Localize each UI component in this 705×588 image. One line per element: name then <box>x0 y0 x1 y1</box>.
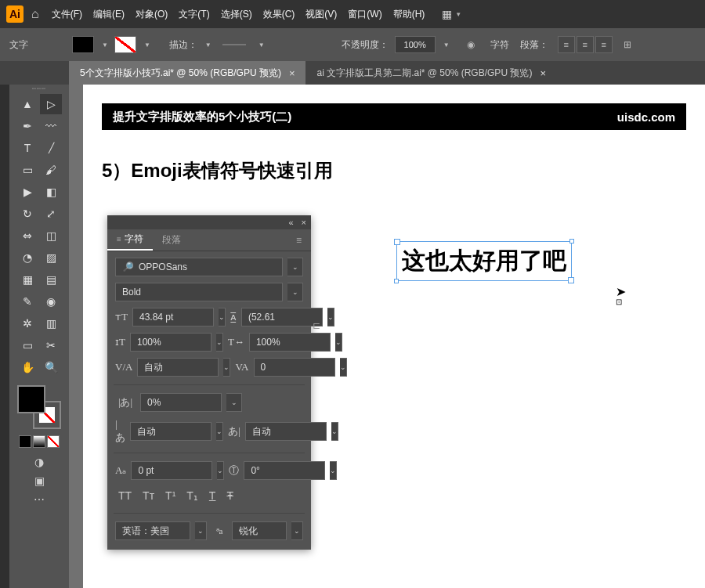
tsume-input[interactable]: 0% <box>140 393 222 412</box>
character-link[interactable]: 字符 <box>490 38 509 52</box>
fill-box[interactable] <box>17 385 45 413</box>
line-tool[interactable]: ╱ <box>40 138 62 158</box>
color-mode-none[interactable] <box>47 435 60 448</box>
kerning-input[interactable]: 自动 <box>137 358 219 377</box>
menu-object[interactable]: 对象(O) <box>136 8 168 21</box>
chevron-down-icon[interactable]: ⌄ <box>287 283 303 301</box>
tab-character[interactable]: ≡ 字符 <box>107 229 153 251</box>
align-center-button[interactable]: ≡ <box>577 36 594 53</box>
more-icon[interactable]: ⊞ <box>624 39 631 50</box>
free-transform-tool[interactable]: ◫ <box>40 225 62 246</box>
color-mode-solid[interactable] <box>19 435 31 448</box>
curvature-tool[interactable]: 〰 <box>40 116 62 136</box>
menu-view[interactable]: 视图(V) <box>306 8 337 21</box>
shape-builder-tool[interactable]: ◔ <box>16 247 38 268</box>
chevron-down-icon[interactable]: ⌄ <box>216 333 223 352</box>
tracking-input[interactable]: 0 <box>254 358 335 377</box>
mesh-tool[interactable]: ▦ <box>16 269 38 290</box>
aki-right-input[interactable]: 自动 <box>245 422 327 441</box>
menu-edit[interactable]: 编辑(E) <box>93 8 125 21</box>
underline-button[interactable]: T <box>209 489 216 502</box>
all-caps-button[interactable]: TT <box>118 489 132 502</box>
eyedropper-tool[interactable]: ✎ <box>16 291 38 312</box>
font-size-input[interactable]: 43.84 pt <box>132 308 214 326</box>
column-graph-tool[interactable]: ▥ <box>40 313 62 334</box>
chevron-down-icon[interactable]: ⌄ <box>340 358 347 377</box>
artboard-tool[interactable]: ▭ <box>16 335 38 355</box>
chevron-down-icon[interactable]: ▼ <box>443 41 450 49</box>
align-left-button[interactable]: ≡ <box>558 36 575 53</box>
shaper-tool[interactable]: ▶ <box>16 182 38 202</box>
zoom-tool[interactable]: 🔍 <box>40 357 62 377</box>
artboard[interactable]: 提升文字排版效率的5个小技巧(二) uisdc.com 5）Emoji表情符号快… <box>83 85 705 588</box>
subscript-button[interactable]: T₁ <box>186 489 198 502</box>
small-caps-button[interactable]: Tт <box>143 489 154 502</box>
tab-paragraph[interactable]: 段落 <box>153 229 190 251</box>
direct-selection-tool[interactable]: ▷ <box>40 94 62 114</box>
paragraph-link[interactable]: 段落： <box>520 38 548 52</box>
close-icon[interactable]: × <box>540 67 546 79</box>
stroke-style-preview[interactable] <box>222 44 246 45</box>
font-family-input[interactable]: 🔎 OPPOSans <box>115 258 283 276</box>
baseline-shift-input[interactable]: 0 pt <box>131 461 212 480</box>
rectangle-tool[interactable]: ▭ <box>16 160 38 180</box>
perspective-tool[interactable]: ▨ <box>40 247 62 268</box>
hand-tool[interactable]: ✋ <box>16 357 38 377</box>
symbol-sprayer-tool[interactable]: ✲ <box>16 313 38 334</box>
menu-effect[interactable]: 效果(C) <box>263 8 295 21</box>
chevron-down-icon[interactable]: ▼ <box>102 41 108 49</box>
close-icon[interactable]: × <box>302 218 306 227</box>
leading-input[interactable]: (52.61 <box>241 308 323 326</box>
workspace-switcher-icon[interactable]: ▦ <box>442 8 452 20</box>
language-select[interactable]: 英语：美国 <box>115 521 190 540</box>
menu-window[interactable]: 窗口(W) <box>348 8 381 21</box>
panel-menu-icon[interactable]: ≡ <box>287 229 311 251</box>
document-tab[interactable]: ai 文字排版工具第二期.ai* @ 50% (RGB/GPU 预览) × <box>306 61 556 85</box>
vertical-scale-input[interactable]: 100% <box>130 333 212 352</box>
menu-type[interactable]: 文字(T) <box>179 8 209 21</box>
slice-tool[interactable]: ✂ <box>40 335 62 355</box>
pen-tool[interactable]: ✒ <box>16 116 38 136</box>
menu-file[interactable]: 文件(F) <box>52 8 82 21</box>
opacity-input[interactable]: 100% <box>395 36 436 53</box>
aki-left-input[interactable]: 自动 <box>130 422 212 441</box>
chevron-down-icon[interactable]: ▼ <box>144 41 150 49</box>
paintbrush-tool[interactable]: 🖌 <box>40 160 62 180</box>
type-tool[interactable]: T <box>16 138 38 158</box>
color-mode-gradient[interactable] <box>33 435 45 448</box>
home-icon[interactable]: ⌂ <box>31 7 39 21</box>
chevron-down-icon[interactable]: ⌄ <box>330 461 337 480</box>
char-rotation-input[interactable]: 0° <box>244 461 325 480</box>
chevron-down-icon[interactable]: ⌄ <box>331 422 338 441</box>
chevron-down-icon[interactable]: ⌄ <box>223 358 230 377</box>
width-tool[interactable]: ⇔ <box>16 225 38 246</box>
chevron-down-icon[interactable]: ⌄ <box>219 308 226 326</box>
strikethrough-button[interactable]: Ŧ <box>226 489 233 502</box>
eraser-tool[interactable]: ◧ <box>40 182 62 202</box>
chevron-down-icon[interactable]: ⌄ <box>335 333 342 352</box>
chevron-down-icon[interactable]: ▼ <box>258 41 265 49</box>
selected-text-frame[interactable]: 这也太好用了吧 <box>396 241 572 281</box>
scale-tool[interactable]: ⤢ <box>40 204 62 224</box>
chevron-down-icon[interactable]: ⌄ <box>287 258 303 276</box>
font-style-input[interactable]: Bold <box>115 283 283 301</box>
draw-mode-icon[interactable]: ◑ <box>34 456 44 468</box>
chevron-down-icon[interactable]: ⌄ <box>216 422 223 441</box>
superscript-button[interactable]: T¹ <box>165 489 175 502</box>
chevron-down-icon[interactable]: ⌄ <box>226 393 242 412</box>
chevron-down-icon[interactable]: ⌄ <box>327 308 334 326</box>
screen-mode-icon[interactable]: ▣ <box>34 474 45 487</box>
panel-grip[interactable]: ┉┉┉ <box>16 85 63 92</box>
document-tab[interactable]: 5个文字排版小技巧.ai* @ 50% (RGB/GPU 预览) × <box>69 61 306 85</box>
menu-help[interactable]: 帮助(H) <box>393 8 425 21</box>
menu-select[interactable]: 选择(S) <box>221 8 252 21</box>
selection-tool[interactable]: ▲ <box>16 94 38 114</box>
stroke-swatch[interactable] <box>114 36 136 53</box>
chevron-down-icon[interactable]: ⌄ <box>195 521 207 540</box>
fill-swatch[interactable] <box>72 36 94 53</box>
edit-toolbar-icon[interactable]: ⋯ <box>34 493 45 506</box>
chevron-down-icon[interactable]: ⌄ <box>291 521 303 540</box>
fill-stroke-control[interactable] <box>17 385 61 429</box>
rotate-tool[interactable]: ↻ <box>16 204 38 224</box>
antialias-select[interactable]: 锐化 <box>232 521 287 540</box>
